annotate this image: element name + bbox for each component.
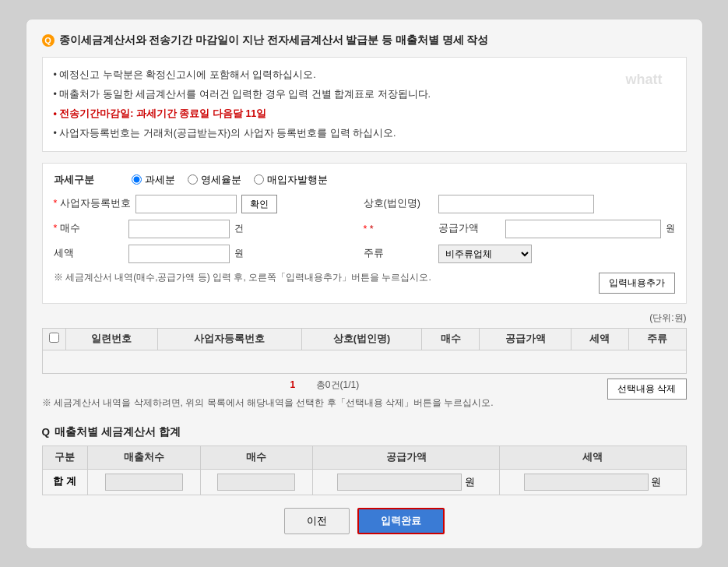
summary-th-div: 구분 bbox=[42, 446, 87, 469]
summary-qty-cell bbox=[200, 469, 313, 495]
qty-unit: 건 bbox=[234, 222, 244, 235]
type-label: 주류 bbox=[364, 247, 434, 260]
hint-text: ※ 세금계산서 내역(매수,공급가액 등) 입력 후, 오른쪽「입력내용추가」버… bbox=[54, 271, 675, 284]
summary-title-text: 매출처별 세금계산서 합계 bbox=[55, 425, 181, 439]
select-all-checkbox[interactable] bbox=[49, 333, 59, 343]
qty-input[interactable] bbox=[128, 220, 230, 238]
unit-note: (단위:원) bbox=[42, 312, 687, 325]
total-count: 총0건(1/1) bbox=[316, 379, 359, 390]
table-header-row: 일련번호 사업자등록번호 상호(법인명) 매수 공급가액 세액 주류 bbox=[42, 328, 686, 350]
summary-supply-unit: 원 bbox=[462, 477, 474, 488]
biz-num-input[interactable] bbox=[135, 195, 237, 213]
summary-count-input[interactable] bbox=[105, 474, 183, 491]
radio-taxtype-input-3[interactable] bbox=[254, 174, 264, 185]
company-label: 상호(법인명) bbox=[364, 197, 434, 210]
biz-num-label: 사업자등록번호 bbox=[54, 197, 131, 210]
summary-th-qty: 매수 bbox=[200, 446, 313, 469]
supply-row: * 공급가액 원 bbox=[364, 220, 675, 238]
confirm-button[interactable]: 확인 bbox=[241, 195, 277, 213]
pagination-row: 1 총0건(1/1) bbox=[42, 379, 687, 392]
tax-input[interactable] bbox=[128, 245, 230, 263]
biz-num-row: 사업자등록번호 확인 bbox=[54, 195, 348, 213]
add-button[interactable]: 입력내용추가 bbox=[599, 273, 675, 294]
summary-total-label: 합 계 bbox=[42, 469, 87, 495]
company-row: 상호(법인명) bbox=[364, 195, 675, 213]
form-grid: 사업자등록번호 확인 상호(법인명) 매수 건 * 공급가액 원 bbox=[54, 195, 675, 263]
qty-row: 매수 건 bbox=[54, 220, 348, 238]
summary-header-row: 구분 매출처수 매수 공급가액 세액 bbox=[42, 446, 686, 469]
orange-dot-icon: Q bbox=[42, 34, 55, 47]
th-company: 상호(법인명) bbox=[301, 328, 422, 350]
summary-count-cell bbox=[87, 469, 200, 495]
data-table: 일련번호 사업자등록번호 상호(법인명) 매수 공급가액 세액 주류 bbox=[42, 328, 687, 374]
prev-button[interactable]: 이전 bbox=[284, 508, 350, 534]
summary-tax-cell: 원 bbox=[499, 469, 686, 495]
table-header: 일련번호 사업자등록번호 상호(법인명) 매수 공급가액 세액 주류 bbox=[42, 328, 686, 350]
type-select[interactable]: 비주류업체 주류업체 bbox=[438, 245, 532, 263]
taxtype-radio-group: 과세분 영세율분 매입자발행분 bbox=[132, 173, 328, 187]
summary-tax-unit: 원 bbox=[649, 477, 661, 488]
table-body bbox=[42, 350, 686, 373]
tax-row: 세액 원 bbox=[54, 245, 348, 263]
radio-taxtype-input-1[interactable] bbox=[132, 174, 142, 185]
summary-qty-input[interactable] bbox=[217, 474, 295, 491]
radio-taxtype-3[interactable]: 매입자발행분 bbox=[254, 173, 328, 187]
radio-taxtype-label-3: 매입자발행분 bbox=[267, 173, 328, 187]
table-empty-row bbox=[42, 350, 686, 373]
th-qty: 매수 bbox=[422, 328, 480, 350]
tax-unit: 원 bbox=[234, 247, 244, 260]
current-page: 1 bbox=[290, 379, 295, 390]
th-checkbox bbox=[42, 328, 65, 350]
form-section: 과세구분 과세분 영세율분 매입자발행분 사업자등록번호 bbox=[42, 163, 687, 304]
th-serial: 일련번호 bbox=[65, 328, 157, 350]
complete-button[interactable]: 입력완료 bbox=[357, 508, 445, 534]
supply-input[interactable] bbox=[505, 220, 661, 238]
pagination-delete-row: 선택내용 삭제 1 총0건(1/1) ※ 세금계산서 내역을 삭제하려면, 위의… bbox=[42, 379, 687, 414]
summary-header: 구분 매출처수 매수 공급가액 세액 bbox=[42, 446, 686, 469]
th-biz-num: 사업자등록번호 bbox=[157, 328, 301, 350]
info-item-3: 전송기간마감일: 과세기간 종료일 다음달 11일 bbox=[54, 104, 675, 124]
radio-taxtype-2[interactable]: 영세율분 bbox=[188, 173, 241, 187]
th-supply: 공급가액 bbox=[479, 328, 571, 350]
info-box: 예정신고 누락분은 확정신고시에 포함해서 입력하십시오. 매출처가 동일한 세… bbox=[42, 57, 687, 152]
taxtype-label: 과세구분 bbox=[54, 173, 116, 187]
info-list: 예정신고 누락분은 확정신고시에 포함해서 입력하십시오. 매출처가 동일한 세… bbox=[54, 65, 675, 143]
summary-table: 구분 매출처수 매수 공급가액 세액 합 계 원 원 bbox=[42, 446, 687, 495]
supply-label: 공급가액 bbox=[438, 222, 501, 235]
summary-title: Q 매출처별 세금계산서 합계 bbox=[42, 425, 687, 439]
summary-th-tax: 세액 bbox=[499, 446, 686, 469]
radio-taxtype-1[interactable]: 과세분 bbox=[132, 173, 175, 187]
hint-add-row: 입력내용추가 ※ 세금계산서 내역(매수,공급가액 등) 입력 후, 오른쪽「입… bbox=[54, 271, 675, 294]
summary-supply-cell: 원 bbox=[313, 469, 500, 495]
taxtype-row: 과세구분 과세분 영세율분 매입자발행분 bbox=[54, 173, 675, 187]
supply-unit: 원 bbox=[666, 222, 675, 235]
info-item-1: 예정신고 누락분은 확정신고시에 포함해서 입력하십시오. bbox=[54, 65, 675, 85]
tax-label: 세액 bbox=[54, 247, 124, 260]
summary-th-supply: 공급가액 bbox=[313, 446, 500, 469]
th-type: 주류 bbox=[628, 328, 686, 350]
radio-taxtype-label-2: 영세율분 bbox=[201, 173, 241, 187]
section-title: Q 종이세금계산서와 전송기간 마감일이 지난 전자세금계산서 발급분 등 매출… bbox=[42, 33, 687, 48]
th-tax: 세액 bbox=[571, 328, 629, 350]
summary-th-count: 매출처수 bbox=[87, 446, 200, 469]
delete-button[interactable]: 선택내용 삭제 bbox=[607, 379, 686, 400]
info-item-2: 매출처가 동일한 세금계산서를 여러건 입력한 경우 입력 건별 합계표로 저장… bbox=[54, 85, 675, 104]
summary-body: 합 계 원 원 bbox=[42, 469, 686, 495]
type-row: 주류 비주류업체 주류업체 bbox=[364, 245, 675, 263]
radio-taxtype-input-2[interactable] bbox=[188, 174, 198, 185]
summary-orange-dot: Q bbox=[42, 426, 51, 438]
summary-supply-input[interactable] bbox=[337, 474, 462, 491]
section-title-text: 종이세금계산서와 전송기간 마감일이 지난 전자세금계산서 발급분 등 매출처별… bbox=[59, 33, 489, 48]
radio-taxtype-label-1: 과세분 bbox=[145, 173, 175, 187]
info-item-4: 사업자등록번호는 거래처(공급받는자)의 사업자 등록번호를 입력 하십시오. bbox=[54, 124, 675, 143]
supply-label-required: * bbox=[364, 224, 434, 234]
summary-section: Q 매출처별 세금계산서 합계 구분 매출처수 매수 공급가액 세액 합 계 원 bbox=[42, 425, 687, 495]
delete-hint: ※ 세금계산서 내역을 삭제하려면, 위의 목록에서 해당내역을 선택한 후「선… bbox=[42, 396, 687, 410]
summary-tax-input[interactable] bbox=[524, 474, 649, 491]
summary-total-row: 합 계 원 원 bbox=[42, 469, 686, 495]
company-input[interactable] bbox=[438, 195, 594, 213]
qty-label: 매수 bbox=[54, 222, 124, 235]
main-container: Q 종이세금계산서와 전송기간 마감일이 지난 전자세금계산서 발급분 등 매출… bbox=[26, 19, 703, 549]
bottom-buttons: 이전 입력완료 bbox=[42, 508, 687, 534]
